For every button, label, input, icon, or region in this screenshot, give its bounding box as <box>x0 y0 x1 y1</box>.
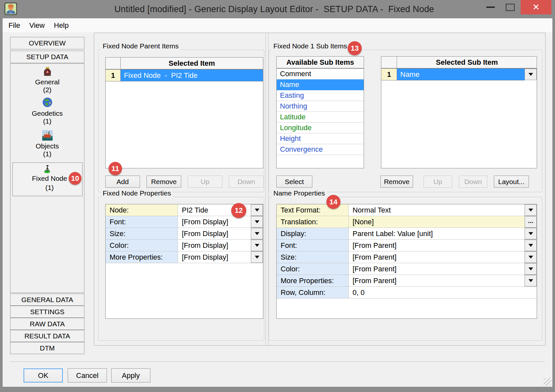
sub-item-dropdown-button[interactable] <box>525 69 537 80</box>
up-button[interactable]: Up <box>188 176 222 188</box>
sub-remove-button[interactable]: Remove <box>380 176 413 188</box>
app-window: Untitled [modified] - Generic Display La… <box>0 0 555 392</box>
parent-item-selected[interactable]: Fixed Node - PI2 Tide <box>121 70 263 81</box>
available-sub-items-header-row: Available Sub Items <box>277 57 364 69</box>
maximize-button[interactable] <box>501 0 519 14</box>
name-size-value[interactable]: [From Parent] <box>349 251 525 263</box>
property-label: Translation: <box>277 216 349 228</box>
translation-value[interactable]: [None] <box>349 216 525 228</box>
name-color-dropdown-button[interactable] <box>525 263 537 275</box>
list-item-northing[interactable]: Northing <box>277 101 364 112</box>
nav-item-objects-label[interactable]: Objects <box>10 142 84 150</box>
sidebar-item-setup-data[interactable]: SETUP DATA <box>10 51 84 63</box>
property-label: Font: <box>106 216 178 228</box>
name-color-value[interactable]: [From Parent] <box>349 263 525 275</box>
menu-view[interactable]: View <box>25 18 49 32</box>
apply-button[interactable]: Apply <box>111 368 150 383</box>
ok-button[interactable]: OK <box>24 368 63 383</box>
list-item-easting[interactable]: Easting <box>277 90 364 101</box>
color-value[interactable]: [From Display] <box>178 240 251 251</box>
row-column-value[interactable]: 0, 0 <box>349 287 537 298</box>
selected-sub-item-table: Selected Sub Item 1 Name <box>381 56 537 168</box>
size-value[interactable]: [From Display] <box>178 228 251 239</box>
selected-sub-item-row[interactable]: 1 Name <box>381 69 537 80</box>
text-format-dropdown-button[interactable] <box>525 204 537 216</box>
list-item-comment[interactable]: Comment <box>277 69 364 79</box>
close-button[interactable]: ✕ <box>521 0 551 14</box>
parent-item-row[interactable]: 1 Fixed Node - PI2 Tide <box>106 70 263 81</box>
available-sub-items-header: Available Sub Items <box>277 57 364 68</box>
sidebar-item-settings[interactable]: SETTINGS <box>10 306 84 318</box>
sidebar-item-raw-data[interactable]: RAW DATA <box>10 318 84 330</box>
nav-item-general-count: (2) <box>10 86 84 94</box>
sub-items-group-label: Fixed Node 1 Sub Items <box>271 42 349 50</box>
selected-sub-item-header-row: Selected Sub Item <box>381 57 537 69</box>
sidebar-item-dtm[interactable]: DTM <box>10 342 84 354</box>
remove-button[interactable]: Remove <box>147 176 181 188</box>
nav-item-general-label[interactable]: General <box>10 78 84 86</box>
property-row-color: Color: [From Parent] <box>277 263 537 275</box>
name-font-value[interactable]: [From Parent] <box>349 240 525 251</box>
translation-browse-button[interactable]: ... <box>525 216 537 228</box>
minimize-button[interactable] <box>481 0 500 14</box>
display-dropdown-button[interactable] <box>525 228 537 239</box>
property-row-row-column: Row, Column: 0, 0 <box>277 287 537 298</box>
list-item-name[interactable]: Name <box>277 79 364 90</box>
layout-button[interactable]: Layout... <box>494 176 529 188</box>
more-properties-dropdown-button[interactable] <box>251 251 263 263</box>
fixed-node-antenna-icon <box>43 165 52 173</box>
font-dropdown-button[interactable] <box>251 216 263 228</box>
minimize-icon <box>486 7 495 8</box>
property-label: Display: <box>277 228 349 239</box>
sub-up-button[interactable]: Up <box>424 176 452 188</box>
name-more-properties-dropdown-button[interactable] <box>525 275 537 286</box>
cancel-button[interactable]: Cancel <box>68 368 107 383</box>
name-properties-group-label: Name Properties <box>271 189 327 197</box>
close-icon: ✕ <box>532 2 540 12</box>
list-item-latitude[interactable]: Latitude <box>277 112 364 123</box>
list-item-height[interactable]: Height <box>277 133 364 144</box>
footer-separator <box>10 362 545 362</box>
chevron-down-icon <box>255 232 259 235</box>
property-label: Color: <box>106 240 178 251</box>
sidebar-item-result-data[interactable]: RESULT DATA <box>10 330 84 342</box>
property-label: Row, Column: <box>277 287 349 298</box>
select-button[interactable]: Select <box>276 176 312 188</box>
add-button[interactable]: Add <box>105 176 140 188</box>
property-row-more-properties: More Properties: [From Parent] <box>277 275 537 287</box>
down-button[interactable]: Down <box>229 176 264 188</box>
sidebar-item-overview[interactable]: OVERVIEW <box>10 37 84 49</box>
display-value[interactable]: Parent Label: Value [unit] <box>349 228 525 239</box>
list-item-convergence[interactable]: Convergence <box>277 144 364 155</box>
resize-grip[interactable] <box>544 378 551 386</box>
chevron-down-icon <box>529 267 533 270</box>
annotation-badge-13: 13 <box>348 41 362 55</box>
name-size-dropdown-button[interactable] <box>525 251 537 263</box>
property-row-size: Size: [From Parent] <box>277 251 537 263</box>
chevron-down-icon <box>255 209 259 212</box>
menu-help[interactable]: Help <box>49 18 73 32</box>
title-bar: Untitled [modified] - Generic Display La… <box>0 0 555 18</box>
property-label: More Properties: <box>277 275 349 286</box>
property-label: Node: <box>106 204 178 216</box>
sidebar-item-general-data[interactable]: GENERAL DATA <box>10 294 84 306</box>
row-number-cell: 1 <box>381 69 397 80</box>
annotation-badge-10: 10 <box>69 172 81 185</box>
selected-item-header: Selected Item <box>121 58 263 69</box>
nav-item-geodetics-label[interactable]: Geodetics <box>10 110 84 117</box>
property-row-more-properties: More Properties: [From Display] <box>106 251 263 263</box>
text-format-value[interactable]: Normal Text <box>349 204 525 216</box>
nav-item-objects-count: (1) <box>10 150 84 158</box>
list-item-longitude[interactable]: Longitude <box>277 123 364 133</box>
menu-file[interactable]: File <box>3 18 25 32</box>
color-dropdown-button[interactable] <box>251 240 263 251</box>
sub-down-button[interactable]: Down <box>459 176 487 188</box>
name-properties-table: Text Format: Normal Text Translation: [N… <box>276 204 537 319</box>
name-font-dropdown-button[interactable] <box>525 240 537 251</box>
more-properties-value[interactable]: [From Display] <box>178 251 251 263</box>
name-more-properties-value[interactable]: [From Parent] <box>349 275 525 286</box>
selected-sub-item-value[interactable]: Name <box>397 69 525 80</box>
node-dropdown-button[interactable] <box>251 204 263 216</box>
size-dropdown-button[interactable] <box>251 228 263 239</box>
property-row-size: Size: [From Display] <box>106 228 263 240</box>
